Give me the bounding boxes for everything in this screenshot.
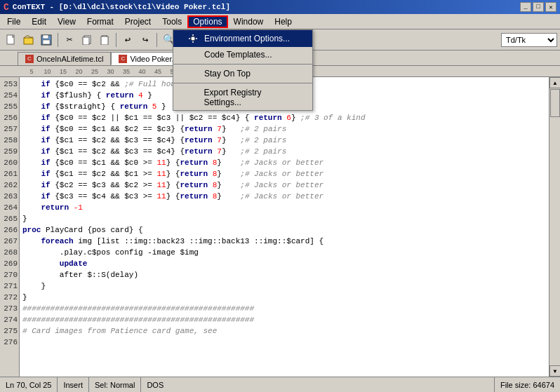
copy-button[interactable] xyxy=(79,32,95,48)
edit-mode: Insert xyxy=(58,377,89,392)
menu-view[interactable]: View xyxy=(52,15,81,28)
tab-onceinaliftime[interactable]: C OnceInALifetime.tcl xyxy=(18,52,111,65)
code-line-268: foreach img [list ::img::back23 ::img::b… xyxy=(22,236,546,247)
filesize-text: File size: 64674 xyxy=(500,381,554,389)
minimize-button[interactable]: _ xyxy=(520,2,531,12)
selection-mode: Sel: Normal xyxy=(89,377,141,392)
svg-rect-6 xyxy=(83,37,89,45)
menu-code-templates[interactable]: Code Templates... xyxy=(173,47,312,62)
code-line-257: if {$c0 == $c1 && $c2 == $c3} {return 7}… xyxy=(22,123,546,135)
close-button[interactable]: ✕ xyxy=(545,2,556,12)
code-line-263: if {$c3 == $c4 && $c3 >= 11} {return 8} … xyxy=(22,191,546,202)
code-line-269: .play.c$pos config -image $img xyxy=(22,247,546,258)
environment-options-icon xyxy=(187,33,199,44)
encoding-text: DOS xyxy=(147,381,164,389)
cut-button[interactable]: ✂ xyxy=(61,32,78,48)
maximize-button[interactable]: □ xyxy=(533,2,544,12)
toolbar-sep-1 xyxy=(58,33,58,47)
title-bar-left: C ConTEXT - [D:\dl\dcl\stock\tcl\Video P… xyxy=(4,2,230,13)
title-bar: C ConTEXT - [D:\dl\dcl\stock\tcl\Video P… xyxy=(0,0,560,14)
menu-tools[interactable]: Tools xyxy=(156,15,187,28)
title-text: ConTEXT - [D:\dl\dcl\stock\tcl\Video Pok… xyxy=(13,3,230,11)
filesize-info: File size: 64674 xyxy=(495,377,560,392)
code-line-274: ########################################… xyxy=(22,303,546,314)
menu-window[interactable]: Window xyxy=(228,15,269,28)
code-line-276: # Card images from Patience card game, s… xyxy=(22,325,546,337)
code-line-256: if {$c0 == $c2 || $c1 == $c3 || $c2 == $… xyxy=(22,112,546,123)
code-line-260: if {$c0 == $c1 && $c0 >= 11} {return 8} … xyxy=(22,157,546,168)
paste-button[interactable] xyxy=(96,32,113,48)
selection-mode-text: Sel: Normal xyxy=(95,381,135,389)
main-area: 253 254 255 256 257 258 259 260 261 262 … xyxy=(0,77,560,377)
code-line-261: if {$c1 == $c2 && $c1 >= 11} {return 8} … xyxy=(22,168,546,180)
toolbar-sep-2 xyxy=(116,33,116,47)
vertical-scrollbar[interactable]: ▲ ▼ xyxy=(549,77,560,377)
line-numbers: 253 254 255 256 257 258 259 260 261 262 … xyxy=(0,77,20,377)
edit-mode-text: Insert xyxy=(63,381,83,389)
svg-rect-8 xyxy=(101,36,108,45)
syntax-selector[interactable]: Td/Tk xyxy=(501,33,557,47)
tab-label-1: OnceInALifetime.tcl xyxy=(36,55,103,63)
menu-export-registry[interactable]: Export Registry Settings... xyxy=(173,85,312,110)
code-line-270: update xyxy=(22,258,546,269)
menu-options[interactable]: Options xyxy=(187,15,227,28)
code-line-258: if {$c1 == $c2 && $c3 == $c4} {return 7}… xyxy=(22,135,546,146)
svg-rect-1 xyxy=(24,38,33,44)
menu-format[interactable]: Format xyxy=(81,15,119,28)
new-button[interactable] xyxy=(3,32,20,48)
export-registry-label: Export Registry Settings... xyxy=(204,88,298,107)
cursor-position: Ln 70, Col 25 xyxy=(0,377,58,392)
menu-stay-on-top[interactable]: Stay On Top xyxy=(173,66,312,81)
encoding-info: DOS xyxy=(141,377,495,392)
code-line-275: ########################################… xyxy=(22,314,546,325)
code-line-266: } xyxy=(22,213,546,224)
cursor-position-text: Ln 70, Col 25 xyxy=(6,381,51,389)
svg-rect-3 xyxy=(43,35,48,39)
undo-button[interactable]: ↩ xyxy=(119,32,136,48)
code-line-259: if {$c1 == $c2 && $c3 == $c4} {return 7}… xyxy=(22,146,546,157)
code-line-265: return -1 xyxy=(22,202,546,213)
svg-point-14 xyxy=(191,36,195,41)
status-bar: Ln 70, Col 25 Insert Sel: Normal DOS Fil… xyxy=(0,377,560,392)
scroll-thumb[interactable] xyxy=(550,89,560,117)
dropdown-separator-2 xyxy=(173,83,312,83)
menu-project[interactable]: Project xyxy=(119,15,156,28)
svg-rect-4 xyxy=(43,40,50,44)
scroll-track[interactable] xyxy=(549,88,560,365)
menu-edit[interactable]: Edit xyxy=(26,15,52,28)
code-editor[interactable]: if {$c0 == $c2 && ;# Full house if {$flu… xyxy=(20,77,549,377)
save-button[interactable] xyxy=(38,32,55,48)
menu-bar: File Edit View Format Project Tools Opti… xyxy=(0,14,560,29)
code-line-271: after $::S(delay) xyxy=(22,269,546,281)
scroll-up-button[interactable]: ▲ xyxy=(549,77,560,88)
menu-environment-options[interactable]: Environment Options... xyxy=(173,30,312,47)
toolbar-right: Td/Tk xyxy=(501,33,557,47)
open-button[interactable] xyxy=(20,32,37,48)
title-bar-buttons: _ □ ✕ xyxy=(520,2,556,12)
dropdown-separator xyxy=(173,64,312,65)
toolbar-sep-3 xyxy=(156,33,157,47)
options-dropdown-menu: Environment Options... Code Templates...… xyxy=(173,29,313,111)
menu-file[interactable]: File xyxy=(1,15,26,28)
scroll-down-button[interactable]: ▼ xyxy=(549,365,560,377)
app-icon: C xyxy=(4,2,9,13)
code-line-262: if {$c2 == $c3 && $c2 >= 11} {return 8} … xyxy=(22,180,546,191)
menu-help[interactable]: Help xyxy=(269,15,298,28)
redo-button[interactable]: ↪ xyxy=(137,32,154,48)
code-templates-label: Code Templates... xyxy=(204,50,272,60)
code-line-267: proc PlayCard {pos card} { xyxy=(22,224,546,236)
code-line-273: } xyxy=(22,292,546,303)
environment-options-label: Environment Options... xyxy=(204,34,290,43)
code-line-272: } xyxy=(22,281,546,292)
stay-on-top-label: Stay On Top xyxy=(204,69,251,79)
